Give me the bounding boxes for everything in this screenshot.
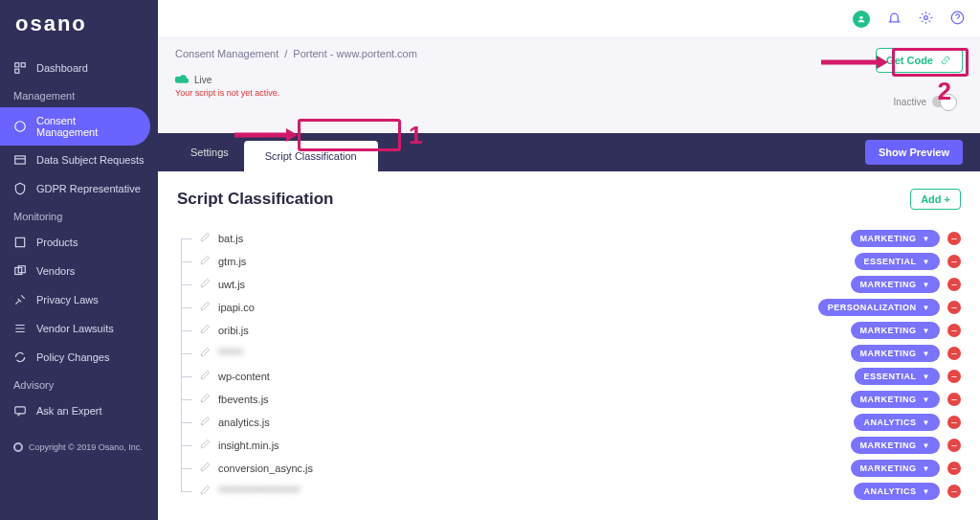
sidebar-item-dashboard[interactable]: Dashboard (0, 54, 158, 82)
edit-icon[interactable] (200, 485, 211, 498)
category-pill[interactable]: MARKETING ▼ (851, 391, 940, 408)
script-name: bat.js (218, 233, 243, 244)
script-name: conversion_async.js (218, 463, 313, 474)
script-name: uwt.js (218, 279, 245, 290)
sidebar-item-label: Policy Changes (36, 351, 109, 363)
delete-button[interactable]: − (947, 416, 961, 429)
inactive-label: Inactive (894, 97, 926, 107)
delete-button[interactable]: − (947, 232, 961, 245)
delete-button[interactable]: − (947, 347, 961, 360)
tab-script-classification[interactable]: Script Classification (244, 141, 378, 171)
sidebar-item-vendor-lawsuits[interactable]: Vendor Lawsuits (0, 314, 158, 343)
breadcrumb: Consent Management / Portent - www.porte… (175, 48, 963, 59)
active-toggle[interactable] (932, 96, 957, 107)
edit-icon[interactable] (200, 462, 211, 475)
category-pill[interactable]: ESSENTIAL ▼ (855, 368, 940, 385)
sidebar-item-label: Privacy Laws (36, 294, 99, 305)
bell-icon[interactable] (887, 11, 902, 28)
sidebar-item-consent-management[interactable]: Consent Management (0, 107, 150, 146)
get-code-button[interactable]: Get Code (876, 48, 963, 73)
add-script-button[interactable]: Add + (910, 189, 961, 210)
delete-button[interactable]: − (947, 255, 961, 268)
edit-icon[interactable] (200, 416, 211, 429)
script-tree: bat.jsMARKETING ▼−gtm.jsESSENTIAL ▼−uwt.… (177, 227, 961, 503)
vendors-icon (13, 264, 27, 278)
delete-button[interactable]: − (947, 485, 961, 498)
script-row: oribi.jsMARKETING ▼− (177, 319, 961, 342)
sidebar-item-products[interactable]: Products (0, 228, 158, 257)
sidebar-item-policy-changes[interactable]: Policy Changes (0, 343, 158, 372)
category-pill[interactable]: ANALYTICS ▼ (854, 483, 940, 500)
delete-button[interactable]: − (947, 324, 961, 337)
script-row: insight.min.jsMARKETING ▼− (177, 434, 961, 457)
svg-rect-8 (15, 407, 26, 414)
avatar[interactable] (853, 11, 870, 28)
script-row: wp-contentESSENTIAL ▼− (177, 365, 961, 388)
delete-button[interactable]: − (947, 370, 961, 383)
script-name: fbevents.js (218, 394, 269, 405)
script-name: wp-content (218, 371, 270, 382)
delete-button[interactable]: − (947, 462, 961, 475)
category-pill[interactable]: MARKETING ▼ (851, 276, 940, 293)
consent-icon (13, 120, 27, 133)
sidebar-item-gdpr-representative[interactable]: GDPR Representative (0, 174, 158, 203)
sidebar-section-monitoring: Monitoring (0, 203, 158, 228)
edit-icon[interactable] (200, 347, 211, 360)
edit-icon[interactable] (200, 255, 211, 268)
delete-button[interactable]: − (947, 439, 961, 452)
edit-icon[interactable] (200, 324, 211, 337)
script-row: uwt.jsMARKETING ▼− (177, 273, 961, 296)
svg-rect-4 (15, 156, 26, 164)
category-pill[interactable]: MARKETING ▼ (851, 322, 940, 339)
category-pill[interactable]: ESSENTIAL ▼ (855, 253, 940, 270)
sidebar-item-label: Vendors (36, 265, 75, 277)
edit-icon[interactable] (200, 278, 211, 291)
category-pill[interactable]: PERSONALIZATION ▼ (818, 299, 940, 316)
sidebar-item-label: Data Subject Requests (36, 154, 145, 166)
main: Consent Management / Portent - www.porte… (158, 0, 980, 520)
script-name: insight.min.js (218, 440, 279, 451)
refresh-icon (13, 350, 27, 364)
category-pill[interactable]: MARKETING ▼ (851, 460, 940, 477)
dashboard-icon (13, 61, 27, 75)
breadcrumb-root[interactable]: Consent Management (175, 48, 278, 59)
script-row: ipapi.coPERSONALIZATION ▼− (177, 296, 961, 319)
script-row: ******MARKETING ▼− (177, 342, 961, 365)
tab-settings[interactable]: Settings (175, 133, 244, 171)
chevron-down-icon: ▼ (923, 396, 930, 404)
sidebar-item-data-subject-requests[interactable]: Data Subject Requests (0, 146, 158, 174)
svg-rect-2 (15, 69, 19, 73)
edit-icon[interactable] (200, 232, 211, 245)
cloud-icon (175, 73, 189, 86)
script-name: ipapi.co (218, 302, 255, 313)
sidebar-item-vendors[interactable]: Vendors (0, 257, 158, 285)
sidebar-item-privacy-laws[interactable]: Privacy Laws (0, 285, 158, 314)
delete-button[interactable]: − (947, 301, 961, 314)
sidebar-item-ask-expert[interactable]: Ask an Expert (0, 396, 158, 425)
category-pill[interactable]: ANALYTICS ▼ (854, 414, 940, 431)
topbar (158, 0, 980, 38)
edit-icon[interactable] (200, 439, 211, 452)
edit-icon[interactable] (200, 301, 211, 314)
brand-logo: osano (0, 0, 158, 54)
gear-icon[interactable] (919, 11, 933, 28)
chevron-down-icon: ▼ (923, 441, 930, 450)
delete-button[interactable]: − (947, 393, 961, 406)
edit-icon[interactable] (200, 370, 211, 383)
shield-icon (13, 182, 27, 195)
script-row: conversion_async.jsMARKETING ▼− (177, 457, 961, 480)
help-icon[interactable] (950, 11, 965, 28)
script-row: fbevents.jsMARKETING ▼− (177, 388, 961, 411)
delete-button[interactable]: − (947, 278, 961, 291)
svg-rect-1 (21, 63, 25, 67)
script-classification-panel: Script Classification Add + bat.jsMARKET… (158, 171, 980, 520)
get-code-label: Get Code (886, 55, 933, 66)
script-name: oribi.js (218, 325, 249, 336)
chevron-down-icon: ▼ (923, 418, 930, 427)
edit-icon[interactable] (200, 393, 211, 406)
category-pill[interactable]: MARKETING ▼ (851, 230, 940, 247)
script-name: gtm.js (218, 256, 246, 267)
show-preview-button[interactable]: Show Preview (865, 140, 963, 165)
category-pill[interactable]: MARKETING ▼ (851, 437, 940, 454)
category-pill[interactable]: MARKETING ▼ (851, 345, 940, 362)
